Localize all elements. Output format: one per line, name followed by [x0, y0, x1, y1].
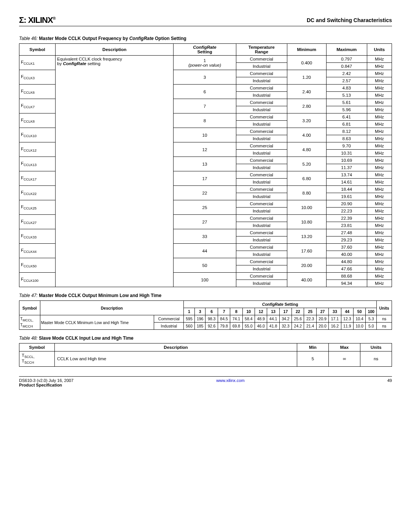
max-cell: 11.37: [326, 164, 367, 171]
cfg-col-header: 33: [329, 308, 341, 315]
data-cell: 44.1: [267, 315, 279, 323]
data-cell: 92.6: [206, 323, 218, 330]
temp-cell: Industrial: [236, 106, 287, 113]
cfg-cell: 1(power-on value): [174, 56, 236, 70]
cfg-col-header: 13: [267, 308, 279, 315]
temp-cell: Commercial: [236, 273, 287, 280]
data-cell: 16.2: [329, 323, 341, 330]
data-cell: 41.8: [267, 323, 279, 330]
cfg-cell: 12: [174, 142, 236, 157]
t47-ind-label: Industrial: [154, 323, 184, 330]
symbol-cell: FCCLK7: [19, 99, 56, 113]
data-cell: 79.8: [218, 323, 230, 330]
temp-cell: Commercial: [236, 142, 287, 150]
max-cell: 10.69: [326, 157, 367, 164]
symbol-cell: FCCLK25: [19, 200, 56, 215]
cfg-col-header: 27: [316, 308, 328, 315]
th-config: ConfigRateSetting: [174, 44, 236, 56]
temp-cell: Commercial: [236, 70, 287, 77]
cfg-col-header: 3: [194, 308, 206, 315]
units-cell: MHz: [367, 186, 392, 193]
min-cell: 4.80: [287, 142, 326, 157]
cfg-cell: 22: [174, 186, 236, 200]
table47-title: Table 47: Master Mode CCLK Output Minimu…: [19, 293, 392, 298]
max-cell: 9.70: [326, 142, 367, 150]
th-desc: Description: [40, 301, 183, 315]
units-cell: MHz: [367, 77, 392, 85]
max-cell: 20.90: [326, 200, 367, 208]
data-cell: 17.1: [329, 315, 341, 323]
data-cell: 84.5: [218, 315, 230, 323]
data-cell: 98.3: [206, 315, 218, 323]
units-cell: MHz: [367, 85, 392, 92]
cfg-col-header: 6: [206, 308, 218, 315]
data-cell: 24.2: [292, 323, 304, 330]
cfg-col-header: 12: [255, 308, 267, 315]
cfg-col-header: 8: [230, 308, 242, 315]
units-cell: MHz: [367, 135, 392, 142]
symbol-cell: FCCLK8: [19, 113, 56, 128]
units-cell: MHz: [367, 251, 392, 258]
temp-cell: Commercial: [236, 157, 287, 164]
symbol-cell: FCCLK33: [19, 229, 56, 244]
data-cell: 595: [184, 315, 195, 323]
data-cell: 69.8: [230, 323, 242, 330]
max-cell: 29.23: [326, 236, 367, 244]
data-cell: 34.2: [279, 315, 292, 323]
temp-cell: Industrial: [236, 164, 287, 171]
max-cell: 10.31: [326, 150, 367, 157]
data-cell: 5.0: [366, 323, 377, 330]
data-cell: 58.4: [242, 315, 255, 323]
data-cell: 11.9: [341, 323, 353, 330]
t47-symbol: TMCCL,TMCCH: [19, 315, 40, 330]
max-cell: 37.60: [326, 244, 367, 251]
units-cell: MHz: [367, 200, 392, 208]
units-cell: MHz: [367, 229, 392, 236]
min-cell: 6.80: [287, 171, 326, 186]
max-cell: 4.83: [326, 85, 367, 92]
min-cell: 17.60: [287, 244, 326, 258]
units-cell: MHz: [367, 128, 392, 135]
cfg-col-header: 100: [366, 308, 377, 315]
data-cell: 5.3: [366, 315, 377, 323]
temp-cell: Commercial: [236, 258, 287, 265]
max-cell: 27.48: [326, 229, 367, 236]
max-cell: 8.12: [326, 128, 367, 135]
footer-link[interactable]: www.xilinx.com: [216, 378, 245, 383]
min-cell: 4.00: [287, 128, 326, 142]
units-cell: MHz: [367, 164, 392, 171]
min-cell: 40.00: [287, 273, 326, 287]
cfg-cell: 13: [174, 157, 236, 171]
max-cell: 40.00: [326, 251, 367, 258]
max-cell: 5.96: [326, 106, 367, 113]
th-max: Max: [329, 343, 360, 351]
cfg-col-header: 10: [242, 308, 255, 315]
min-cell: 3.20: [287, 113, 326, 128]
max-cell: 44.80: [326, 258, 367, 265]
cfg-col-header: 1: [184, 308, 195, 315]
temp-cell: Commercial: [236, 85, 287, 92]
th-symbol: Symbol: [19, 44, 56, 56]
th-units: Units: [377, 301, 392, 315]
temp-cell: Commercial: [236, 128, 287, 135]
cfg-cell: 25: [174, 200, 236, 215]
temp-cell: Industrial: [236, 208, 287, 215]
th-max: Maximum: [326, 44, 367, 56]
symbol-cell: FCCLK10: [19, 128, 56, 142]
max-cell: 94.34: [326, 280, 367, 287]
th-min: Minimum: [287, 44, 326, 56]
data-cell: 20.0: [316, 323, 328, 330]
temp-cell: Industrial: [236, 92, 287, 99]
th-temp: TemperatureRange: [236, 44, 287, 56]
data-cell: 10.0: [353, 323, 365, 330]
data-cell: 560: [184, 323, 195, 330]
data-cell: 55.0: [242, 323, 255, 330]
logo-text: XILINX: [28, 15, 53, 25]
temp-cell: Commercial: [236, 171, 287, 179]
data-cell: 74.1: [230, 315, 242, 323]
min-cell: 0.400: [287, 56, 326, 70]
data-cell: 20.9: [316, 315, 328, 323]
max-cell: 88.68: [326, 273, 367, 280]
cfg-col-header: 50: [353, 308, 365, 315]
units-cell: MHz: [367, 56, 392, 63]
